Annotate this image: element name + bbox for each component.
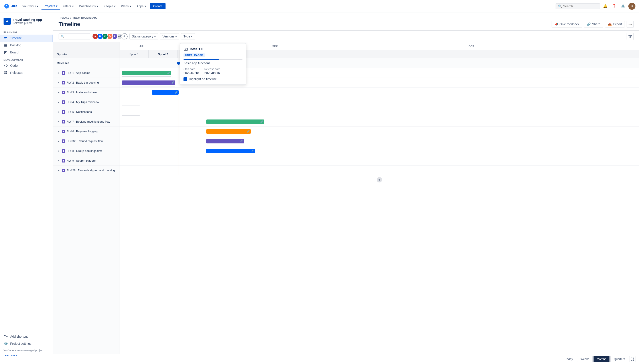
- sidebar-item-board[interactable]: Board: [0, 49, 53, 56]
- issue-row-fly-4[interactable]: ▶ FLY-4 My Trips overview: [53, 97, 120, 107]
- main-content: Projects / Travel Booking App Timeline 📣…: [53, 12, 639, 364]
- notifications-button[interactable]: 🔔: [602, 3, 609, 10]
- type-chevron: ▾: [191, 34, 193, 38]
- give-feedback-button[interactable]: 📣 Give feedback: [552, 21, 582, 28]
- expand-icon-FLY-6[interactable]: ▶: [57, 130, 60, 132]
- issue-row-fly-1[interactable]: ▶ FLY-1 App basics: [53, 68, 120, 78]
- expand-icon-FLY-9[interactable]: ▶: [57, 160, 60, 162]
- issue-row-fly-7[interactable]: ▶ FLY-7 Booking modifications flow: [53, 117, 120, 126]
- expand-icon-FLY-1[interactable]: ▶: [57, 72, 60, 74]
- timeline-area: Sprints Releases ▶ FLY-1 App basics ▶ FL…: [53, 42, 639, 364]
- breadcrumb-projects-link[interactable]: Projects: [59, 16, 69, 19]
- expand-icon-FLY-8[interactable]: ▶: [57, 150, 60, 152]
- gantt-bar-fly-6[interactable]: 🔗: [206, 129, 251, 134]
- issue-row-fly-3[interactable]: ▶ FLY-3 Invite and share: [53, 88, 120, 97]
- sprint-1-header[interactable]: Sprint 1: [120, 50, 149, 58]
- type-filter[interactable]: Type ▾: [181, 33, 195, 40]
- gantt-bar-fly-2[interactable]: 🔗: [122, 80, 175, 85]
- add-member-button[interactable]: +: [121, 33, 128, 40]
- issue-row-fly-2[interactable]: ▶ FLY-2 Basic trip booking: [53, 78, 120, 88]
- gantt-bar-fly-3[interactable]: 🔗: [152, 90, 179, 95]
- export-button[interactable]: 📤 Export: [605, 21, 625, 28]
- timeline-table: Sprints Releases ▶ FLY-1 App basics ▶ FL…: [53, 42, 639, 354]
- sprints-header: Sprints: [53, 50, 120, 58]
- timeline-scroll[interactable]: Sprints Releases ▶ FLY-1 App basics ▶ FL…: [53, 42, 639, 354]
- issue-type-icon-FLY-6: [62, 130, 65, 133]
- nav-dashboards[interactable]: Dashboards ▾: [77, 3, 101, 9]
- add-issue-plus-icon[interactable]: +: [377, 177, 382, 182]
- issue-row-fly-6[interactable]: ▶ FLY-6 Payment logging: [53, 126, 120, 136]
- create-button[interactable]: Create: [150, 3, 166, 9]
- view-settings-button[interactable]: [626, 33, 634, 40]
- issue-row-fly-5[interactable]: ▶ FLY-5 Notifications: [53, 107, 120, 117]
- nav-plans[interactable]: Plans ▾: [119, 3, 133, 9]
- issue-row-fly-32[interactable]: ▶ FLY-32 Refund request flow: [53, 136, 120, 146]
- settings-button[interactable]: ⚙️: [619, 3, 626, 10]
- sidebar-item-backlog[interactable]: Backlog: [0, 42, 53, 49]
- expand-icon-FLY-28[interactable]: ▶: [57, 169, 60, 172]
- expand-icon-FLY-7[interactable]: ▶: [57, 120, 60, 123]
- more-actions-button[interactable]: •••: [626, 20, 634, 28]
- nav-projects[interactable]: Projects ▾: [42, 3, 60, 10]
- project-info: Travel Booking App Software project: [13, 18, 42, 24]
- issue-underline-fly-5: [122, 115, 140, 116]
- breadcrumb-project-link[interactable]: Travel Booking App: [73, 16, 97, 19]
- issue-row-fly-9[interactable]: ▶ FLY-9 Search platform: [53, 156, 120, 166]
- add-issue-button[interactable]: +: [120, 175, 639, 184]
- issue-key-FLY-7: FLY-7: [67, 120, 74, 123]
- sidebar-item-code[interactable]: Code: [0, 62, 53, 69]
- versions-filter[interactable]: Versions ▾: [160, 33, 179, 40]
- expand-icon-FLY-4[interactable]: ▶: [57, 101, 60, 103]
- issue-name-FLY-2: Basic trip booking: [75, 81, 99, 84]
- sidebar-item-timeline[interactable]: Timeline: [0, 34, 53, 42]
- share-button[interactable]: 🔗 Share: [584, 21, 603, 28]
- issue-row-fly-28[interactable]: ▶ FLY-28 Rewards signup and tracking: [53, 166, 120, 175]
- toolbar-search-input[interactable]: [66, 35, 88, 38]
- weeks-button[interactable]: Weeks: [577, 356, 593, 362]
- expand-icon-FLY-32[interactable]: ▶: [57, 140, 60, 142]
- sidebar-item-releases[interactable]: Releases: [0, 69, 53, 76]
- top-nav: Jira Your work ▾ Projects ▾ Filters ▾ Da…: [0, 0, 639, 12]
- nav-apps[interactable]: Apps ▾: [134, 3, 148, 9]
- highlight-label: Highlight on timeline: [189, 77, 217, 81]
- expand-icon-FLY-3[interactable]: ▶: [57, 91, 60, 94]
- issue-name-FLY-32: Refund request flow: [77, 140, 103, 143]
- settings-icon: ⚙️: [4, 342, 8, 346]
- nav-your-work[interactable]: Your work ▾: [20, 3, 41, 9]
- fullscreen-button[interactable]: [629, 356, 635, 362]
- help-button[interactable]: ❓: [610, 3, 618, 10]
- expand-icon-FLY-2[interactable]: ▶: [57, 81, 60, 84]
- versions-chevron: ▾: [175, 34, 177, 38]
- project-settings-button[interactable]: ⚙️ Project settings: [0, 340, 53, 347]
- today-button[interactable]: Today: [562, 356, 576, 362]
- add-shortcut-icon: [4, 335, 8, 338]
- status-category-filter[interactable]: Status category ▾: [129, 33, 158, 40]
- gantt-bar-fly-32[interactable]: 🔗: [206, 139, 244, 144]
- highlight-on-timeline-toggle[interactable]: ✓ Highlight on timeline: [183, 77, 242, 81]
- gantt-bar-fly-1[interactable]: 🔗: [122, 71, 171, 75]
- app-logo[interactable]: Jira: [4, 3, 17, 9]
- issue-type-icon-FLY-7: [62, 120, 65, 124]
- issue-key-FLY-3: FLY-3: [67, 91, 74, 94]
- project-header[interactable]: Travel Booking App Software project: [0, 16, 53, 28]
- search-box[interactable]: 🔍: [556, 3, 600, 9]
- avatar-1[interactable]: A: [92, 33, 98, 40]
- nav-filters[interactable]: Filters ▾: [61, 3, 76, 9]
- issue-name-FLY-5: Notifications: [75, 110, 92, 114]
- user-avatar[interactable]: U: [628, 3, 635, 10]
- nav-people[interactable]: People ▾: [101, 3, 118, 9]
- search-input[interactable]: [563, 4, 597, 8]
- app-layout: Travel Booking App Software project PLAN…: [0, 12, 639, 364]
- issue-row-fly-8[interactable]: ▶ FLY-8 Group bookings flow: [53, 146, 120, 156]
- sprint-2-header[interactable]: Sprint 2: [149, 50, 177, 58]
- tooltip-start-date: Start date 2022/07/18: [183, 68, 199, 75]
- learn-more-link[interactable]: Learn more: [0, 354, 53, 359]
- add-shortcut-button[interactable]: Add shortcut: [0, 333, 53, 340]
- expand-icon-FLY-5[interactable]: ▶: [57, 110, 60, 113]
- quarters-button[interactable]: Quarters: [610, 356, 628, 362]
- months-button[interactable]: Months: [593, 356, 610, 362]
- highlight-checkbox[interactable]: ✓: [183, 77, 187, 81]
- gantt-bar-fly-8[interactable]: 🔗: [206, 149, 255, 153]
- toolbar-search[interactable]: 🔍: [59, 34, 90, 40]
- gantt-bar-fly-7[interactable]: 🔗: [206, 120, 264, 124]
